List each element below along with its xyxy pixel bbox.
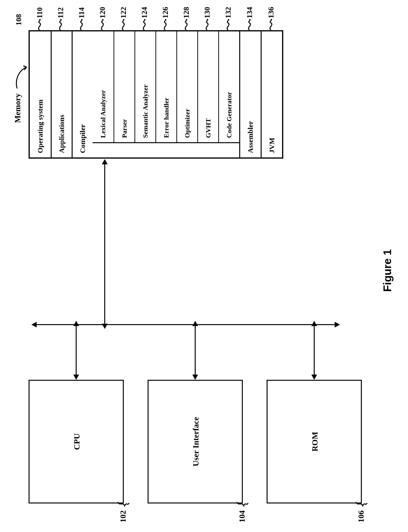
mem-sub-gvht: GVHT [197, 31, 218, 143]
ui-box: User Interface [148, 380, 243, 503]
mem-squig-jvm [267, 19, 276, 31]
rom-ref: 106 [357, 510, 366, 523]
mem-squig-gvht [203, 19, 212, 31]
mem-ref-os: 110 [35, 7, 44, 18]
mem-sub-err: Error handler [155, 31, 176, 143]
bus-rom-arrow-right [311, 321, 317, 326]
memory-ref: 108 [14, 14, 23, 25]
cpu-box: CPU [29, 380, 124, 503]
mem-ref-lex: 120 [98, 7, 107, 18]
bus-to-memory [104, 163, 105, 324]
mem-row-asm: Assembler [239, 31, 261, 157]
mem-ref-comp: 114 [77, 7, 86, 18]
mem-sub-parse: Parser [114, 31, 135, 143]
mem-squig-err [162, 19, 170, 31]
mem-row-compiler-label: Compiler [78, 124, 87, 153]
mem-sub-code-label: Code Generator [225, 92, 233, 138]
mem-row-os: Operating system [30, 31, 51, 157]
bus-mem-arrow-left [102, 324, 108, 329]
mem-sub-parse-label: Parser [121, 119, 128, 138]
bus-mem-arrow-right [102, 159, 108, 164]
mem-squig-parse [119, 19, 128, 31]
rom-label: ROM [310, 381, 319, 502]
bus-top-arrow [31, 322, 37, 327]
memory-box: Operating system Applications Compiler L… [29, 30, 283, 159]
bus-vertical [36, 324, 336, 325]
mem-ref-apps: 112 [56, 7, 65, 18]
rom-ref-squiggle [355, 501, 367, 509]
mem-sub-opt: Optimizer [176, 31, 197, 143]
bus-rom [314, 325, 315, 375]
mem-ref-code: 132 [224, 7, 233, 18]
rom-box: ROM [267, 380, 362, 503]
bus-bottom-arrow [335, 322, 340, 327]
mem-ref-err: 126 [161, 7, 170, 18]
mem-ref-jvm: 136 [267, 7, 275, 18]
mem-sub-lex-label: Lexical Analyzer [99, 90, 107, 138]
ui-label: User Interface [191, 381, 200, 502]
mem-sub-opt-label: Optimizer [184, 109, 191, 138]
mem-ref-opt: 128 [182, 7, 191, 18]
bus-ui-arrow-right [192, 321, 198, 326]
mem-squig-code [224, 19, 233, 31]
mem-squig-asm [246, 19, 254, 31]
mem-sub-gvht-label: GVHT [204, 118, 212, 138]
mem-row-asm-label: Assembler [246, 121, 255, 153]
ui-ref-squiggle [236, 501, 248, 509]
mem-squig-os [36, 19, 44, 31]
bus-cpu-arrow-right [73, 321, 79, 326]
mem-sub-lex: Lexical Analyzer [93, 31, 114, 143]
mem-row-apps-label: Applications [58, 115, 66, 153]
mem-ref-asm: 134 [245, 7, 254, 18]
mem-squig-apps [57, 19, 65, 31]
bus-cpu [76, 325, 77, 375]
mem-row-jvm-label: JVM [268, 138, 276, 153]
mem-sub-err-label: Error handler [162, 98, 170, 138]
mem-ref-gvht: 130 [203, 7, 212, 18]
mem-ref-sem: 124 [140, 7, 149, 18]
mem-squig-sem [140, 19, 149, 31]
cpu-ref: 102 [119, 510, 128, 523]
cpu-label: CPU [72, 381, 81, 502]
mem-ref-parse: 122 [119, 7, 128, 18]
mem-squig-comp [78, 19, 86, 31]
bus-ui-arrow-left [192, 375, 198, 380]
mem-row-apps: Applications [51, 31, 72, 157]
bus-ui [195, 325, 196, 375]
ui-ref: 104 [238, 510, 246, 523]
memory-title: Memory [13, 93, 22, 123]
mem-row-compiler: Compiler [72, 31, 93, 157]
mem-squig-opt [182, 19, 191, 31]
mem-squig-lex [99, 19, 107, 31]
figure-caption: Figure 1 [381, 249, 394, 292]
mem-sub-sem-label: Semantic Analyzer [142, 84, 149, 138]
mem-row-jvm: JVM [261, 31, 282, 157]
bus-rom-arrow-left [311, 375, 317, 380]
mem-sub-code: Code Generator [218, 31, 239, 143]
mem-row-os-label: Operating system [36, 99, 44, 153]
cpu-ref-squiggle [117, 501, 129, 509]
bus-cpu-arrow-left [73, 375, 79, 380]
mem-sub-sem: Semantic Analyzer [135, 31, 155, 143]
